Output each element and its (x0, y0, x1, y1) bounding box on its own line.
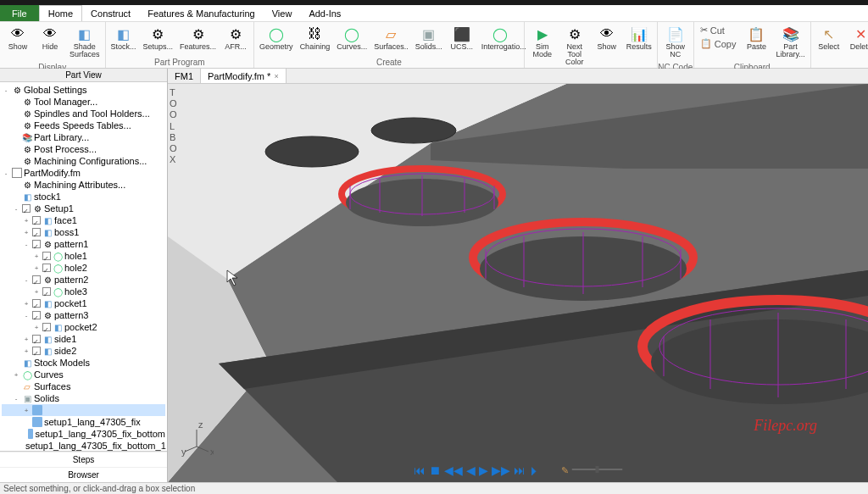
playback-button[interactable]: ▶▶ (492, 463, 510, 477)
ribbon-btn-ucs-[interactable]: UCS... (447, 24, 477, 53)
doc-tab-partmodify[interactable]: PartModify.fm *× (201, 69, 287, 83)
tree-toggle-icon[interactable]: + (22, 347, 31, 355)
ribbon-btn-afr-[interactable]: AFR... (220, 24, 251, 53)
tree-toggle-icon[interactable]: - (12, 395, 20, 402)
canvas-3d[interactable]: TOOLBOX (168, 84, 868, 482)
tree-item[interactable]: +pocket1 (2, 297, 165, 309)
tree-item[interactable]: Machining Configurations... (2, 155, 165, 167)
tree-toggle-icon[interactable]: + (22, 336, 31, 343)
part-tree[interactable]: -Global SettingsTool Manager...Spindles … (0, 82, 167, 451)
tree-item[interactable]: -pattern3 (2, 309, 165, 321)
axis-triad[interactable]: xyz (180, 423, 214, 457)
tab-construct[interactable]: Construct (82, 5, 139, 21)
tree-checkbox[interactable] (32, 228, 41, 236)
tree-toggle-icon[interactable]: + (22, 300, 31, 308)
toolbox-bar[interactable]: TOOLBOX (170, 87, 177, 165)
ribbon-btn-show[interactable]: Show (3, 24, 33, 53)
tree-item[interactable]: setup1_lang_47305_fix_bottom_1 (2, 440, 165, 451)
tree-checkbox[interactable] (32, 335, 41, 343)
tree-checkbox[interactable] (32, 299, 41, 308)
playback-button[interactable]: ▶ (479, 463, 488, 477)
tree-checkbox[interactable] (32, 311, 41, 319)
tree-item[interactable]: +face1 (2, 214, 165, 226)
doc-tab-fm1[interactable]: FM1 (168, 69, 201, 83)
tree-item[interactable]: -Global Settings (2, 84, 165, 96)
tree-item[interactable]: Spindles and Tool Holders... (2, 108, 165, 119)
panel-tab-steps[interactable]: Steps (0, 452, 167, 467)
ribbon-btn-features-[interactable]: Features... (177, 24, 219, 53)
tab-features[interactable]: Features & Manufacturing (139, 5, 264, 21)
tree-checkbox[interactable] (22, 204, 31, 213)
panel-tab-browser[interactable]: Browser (0, 467, 167, 482)
tree-toggle-icon[interactable]: + (32, 264, 41, 272)
ribbon-btn-select[interactable]: Select (814, 24, 844, 53)
ribbon-btn-surfaces-[interactable]: Surfaces.. (371, 24, 411, 53)
ribbon-btn-part-library-[interactable]: PartLibrary... (773, 24, 807, 60)
tree-checkbox[interactable] (42, 323, 51, 331)
tree-item[interactable]: Tool Manager... (2, 96, 165, 108)
file-menu[interactable]: File (0, 5, 39, 21)
ribbon-btn-paste[interactable]: Paste (741, 24, 771, 53)
tree-item[interactable]: -Solids (2, 392, 165, 404)
tree-item[interactable]: +pocket2 (2, 321, 165, 333)
tab-view[interactable]: View (264, 5, 301, 21)
tree-item[interactable]: stock1 (2, 191, 165, 203)
playback-button[interactable]: ⏵ (529, 463, 541, 477)
tree-checkbox[interactable] (32, 275, 41, 284)
tree-item[interactable]: -pattern1 (2, 238, 165, 250)
playback-button[interactable]: ◀ (466, 463, 476, 477)
ribbon-btn-next-tool-color[interactable]: Next ToolColor (559, 24, 590, 68)
ribbon-btn-show-nc[interactable]: ShowNC (660, 24, 691, 60)
ribbon-btn-results[interactable]: Results (624, 24, 654, 53)
tree-toggle-icon[interactable]: - (22, 312, 31, 319)
tree-toggle-icon[interactable]: + (22, 407, 31, 414)
playback-button[interactable]: ⏮ (414, 463, 426, 477)
ribbon-btn-delete[interactable]: Delete (846, 24, 868, 53)
tree-item[interactable]: -PartModify.fm (2, 167, 165, 179)
ribbon-btn-setups-[interactable]: Setups... (141, 24, 176, 53)
tree-item[interactable]: +side1 (2, 333, 165, 345)
tree-item[interactable]: +boss1 (2, 226, 165, 238)
ribbon-btn-stock-[interactable]: Stock... (108, 24, 139, 53)
ribbon-mini-copy[interactable]: Copy (697, 37, 740, 50)
tree-item[interactable]: setup1_lang_47305_fix_bottom (2, 428, 165, 440)
tree-checkbox[interactable] (32, 216, 41, 225)
tree-item[interactable]: +hole3 (2, 286, 165, 297)
ribbon-btn-show[interactable]: Show (592, 24, 622, 53)
tree-item[interactable]: -pattern2 (2, 274, 165, 286)
tree-item[interactable]: +hole1 (2, 250, 165, 262)
tree-toggle-icon[interactable]: - (12, 205, 20, 213)
playback-button[interactable]: ◀◀ (444, 463, 463, 477)
ribbon-mini-cut[interactable]: Cut (697, 24, 740, 36)
tree-item[interactable]: Part Library... (2, 131, 165, 143)
tree-toggle-icon[interactable]: - (22, 241, 31, 248)
viewport[interactable]: FM1 PartModify.fm *× TOOLBOX (168, 69, 868, 482)
ribbon-btn-interrogatio-[interactable]: Interrogatio... (479, 24, 521, 53)
tree-item[interactable]: setup1_lang_47305_fix (2, 416, 165, 428)
playback-slider[interactable] (572, 465, 623, 475)
tree-checkbox[interactable] (32, 347, 41, 355)
tab-addins[interactable]: Add-Ins (300, 5, 349, 21)
tree-item[interactable]: +hole2 (2, 262, 165, 274)
tree-item[interactable]: Feeds Speeds Tables... (2, 119, 165, 131)
tree-toggle-icon[interactable]: + (22, 217, 31, 225)
tree-item[interactable]: Stock Models (2, 357, 165, 369)
tree-toggle-icon[interactable]: + (12, 371, 20, 379)
tree-item[interactable]: Post Process... (2, 143, 165, 155)
tree-toggle-icon[interactable]: + (32, 324, 41, 331)
tree-toggle-icon[interactable]: + (32, 288, 41, 296)
tree-checkbox[interactable] (32, 240, 41, 248)
ribbon-btn-chaining[interactable]: Chaining (298, 24, 333, 53)
ribbon-btn-solids-[interactable]: Solids... (413, 24, 445, 53)
close-icon[interactable]: × (274, 72, 278, 80)
tree-toggle-icon[interactable]: - (2, 86, 10, 94)
tree-toggle-icon[interactable]: + (32, 253, 41, 260)
tree-item[interactable]: + (2, 404, 165, 416)
ribbon-btn-hide[interactable]: Hide (35, 24, 65, 53)
tree-checkbox[interactable] (42, 252, 51, 260)
ribbon-btn-curves-[interactable]: Curves... (334, 24, 370, 53)
ribbon-btn-geometry[interactable]: Geometry (257, 24, 296, 53)
playback-button[interactable]: ⏹ (429, 463, 441, 477)
tree-item[interactable]: Machining Attributes... (2, 179, 165, 191)
tree-checkbox[interactable] (42, 264, 51, 272)
